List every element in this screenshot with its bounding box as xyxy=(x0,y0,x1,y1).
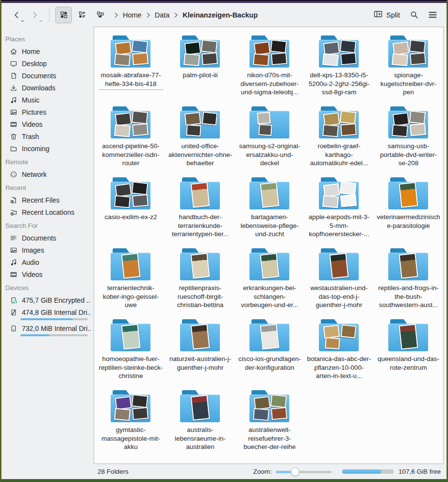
view-details-button[interactable] xyxy=(92,7,109,23)
folder-preview-thumbnail xyxy=(339,181,356,195)
sidebar-item-audio[interactable]: Audio xyxy=(1,256,94,268)
sidebar-item-label: Documents xyxy=(22,72,56,80)
folder-label-wrap: australienwelt-reisefuehrer-3-buecher-de… xyxy=(237,426,302,451)
folder-preview-thumbnail xyxy=(184,112,200,125)
folder-preview-thumbnail xyxy=(392,53,408,67)
sidebar-item-label: Documents xyxy=(22,234,56,242)
sidebar-item-recent-files[interactable]: Recent Files xyxy=(1,194,94,206)
sidebar-item-documents[interactable]: Documents xyxy=(1,232,94,244)
sidebar-item-videos[interactable]: Videos xyxy=(1,268,94,280)
folder-item[interactable]: ascend-pipeline-50-kommerzieller-isdn-ro… xyxy=(96,104,166,175)
forward-button[interactable] xyxy=(27,7,43,23)
folder-item[interactable]: gymtastic-massagepistole-mit-akku xyxy=(96,388,166,459)
folder-item[interactable]: westaustralien-und-das-top-end-j-guenthe… xyxy=(304,246,374,317)
sidebar-item-pictures[interactable]: Pictures xyxy=(1,106,94,118)
folder-item[interactable]: apple-earpods-mit-3-5-mm-kopfhoerersteck… xyxy=(304,175,374,246)
zoom-slider[interactable] xyxy=(276,467,332,476)
folder-icon xyxy=(180,106,221,138)
folder-item[interactable]: australis-lebensraeume-in-australien xyxy=(166,388,235,459)
breadcrumb-segment[interactable]: Home xyxy=(120,10,145,20)
sidebar-section-title: Remote xyxy=(1,155,94,168)
folder-item[interactable]: nikon-d70s-mit-diversem-zubehoer-und-sig… xyxy=(235,33,304,104)
folder-label: australienwelt-reisefuehrer-3-buecher-de… xyxy=(237,426,302,451)
folder-item[interactable]: veterinaermedizinische-parasitologie xyxy=(374,175,443,246)
music-note-icon xyxy=(9,96,17,104)
folder-preview-thumbnail xyxy=(329,253,348,278)
folder-preview-thumbnail xyxy=(114,124,131,138)
sidebar-item-475-7-gib-encrypted[interactable]: 475,7 GiB Encrypted ... xyxy=(1,294,94,306)
folder-item[interactable]: australienwelt-reisefuehrer-3-buecher-de… xyxy=(235,388,304,459)
folder-item[interactable]: homoeopathie-fuer-reptilien-steinke-beck… xyxy=(96,317,166,388)
back-button[interactable] xyxy=(8,7,25,23)
folder-item[interactable]: palm-pilot-iii xyxy=(166,33,235,104)
folder-icon xyxy=(180,390,221,422)
folder-item[interactable]: handbuch-der-terrarienkunde-terrarientyp… xyxy=(166,175,235,246)
folder-item[interactable]: samsung-usb-portable-dvd-writer-se-208 xyxy=(374,104,443,175)
folder-item[interactable]: dell-xps-13-9350-i5-5200u-2-2ghz-256gi-s… xyxy=(304,33,374,104)
folder-item[interactable]: naturzeit-australien-j-guenther-j-mohr xyxy=(166,317,235,388)
image-icon xyxy=(9,108,17,116)
folder-preview-thumbnail xyxy=(398,182,418,207)
folder-item[interactable]: reptilienpraxis-rueschoff-birgit-christi… xyxy=(166,246,235,317)
folder-item[interactable]: casio-exilim-ex-z2 xyxy=(96,175,166,246)
folder-item[interactable]: spionage-kugelschreiber-dvr-pen xyxy=(374,33,443,104)
folder-item[interactable]: roebelin-graef-karthago-automatikuhr-ede… xyxy=(304,104,374,175)
folder-item[interactable]: botanica-das-abc-der-pflanzen-10-000-art… xyxy=(304,317,374,388)
folder-item[interactable]: queensland-und-das-rote-zentrum xyxy=(374,317,443,388)
sidebar-item-videos[interactable]: Videos xyxy=(1,118,94,130)
folder-item[interactable]: reptiles-and-frogs-in-the-bush-southwest… xyxy=(374,246,443,317)
folder-item[interactable]: samsung-s2-original-ersatzakku-und-decke… xyxy=(235,104,304,175)
view-icons-button[interactable] xyxy=(55,7,72,23)
trash-icon xyxy=(9,132,17,140)
sidebar-item-desktop[interactable]: Desktop xyxy=(1,57,94,69)
folder-icon xyxy=(180,248,221,280)
icons-view-icon xyxy=(60,11,68,19)
folder-item[interactable]: cisco-ios-grundlagen-der-konfiguration xyxy=(235,317,304,388)
device-usage-fill xyxy=(20,318,73,320)
split-button[interactable]: Split xyxy=(370,8,404,22)
sidebar-item-network[interactable]: Network xyxy=(1,168,94,180)
hamburger-menu-icon xyxy=(428,11,437,18)
folder-label-wrap: spionage-kugelschreiber-dvr-pen xyxy=(376,71,441,97)
folder-icon xyxy=(319,106,360,138)
sidebar-item-home[interactable]: Home xyxy=(1,45,94,57)
breadcrumb-segment[interactable]: Data xyxy=(152,10,173,20)
folder-item[interactable]: united-office-aktenvernichter-ohne-behae… xyxy=(166,104,235,175)
folder-icon xyxy=(388,177,429,209)
folder-preview-thumbnail xyxy=(121,253,140,278)
folder-item[interactable]: erkrankungen-bei-schlangen-vorbeugen-und… xyxy=(235,246,304,317)
folder-icon xyxy=(111,35,151,68)
back-dropdown-caret-icon[interactable] xyxy=(21,20,24,22)
sidebar-item-images[interactable]: Images xyxy=(1,244,94,256)
details-view-icon xyxy=(96,11,105,19)
view-compact-button[interactable] xyxy=(74,7,90,23)
folder-label: naturzeit-australien-j-guenther-j-mohr xyxy=(168,355,233,372)
menu-button[interactable] xyxy=(424,7,441,23)
folder-preview-thumbnail xyxy=(398,253,418,278)
sidebar-item-732-0-mib-internal-dri[interactable]: 732,0 MiB Internal Dri... xyxy=(1,322,94,334)
search-button[interactable] xyxy=(406,7,422,23)
folder-label-wrap: palm-pilot-iii xyxy=(168,71,233,80)
folder-icon xyxy=(180,319,221,351)
folder-item[interactable]: terrarientechnik-kober-ingo-geissel-uwe xyxy=(96,246,166,317)
folder-item[interactable]: bartagamen-lebensweise-pflege-und-zucht xyxy=(235,175,304,246)
split-button-label: Split xyxy=(386,11,400,19)
folder-view[interactable]: mosaik-abrafaxe-77-hefte-334-bis-418palm… xyxy=(94,27,444,464)
folder-preview-thumbnail xyxy=(201,52,218,66)
sidebar-item-downloads[interactable]: Downloads xyxy=(1,82,94,94)
sidebar-item-music[interactable]: Music xyxy=(1,94,94,106)
breadcrumb-segment[interactable]: Kleinanzeigen-Backup xyxy=(180,10,261,20)
folder-item[interactable]: mosaik-abrafaxe-77-hefte-334-bis-418 xyxy=(96,33,166,104)
sidebar-item-documents[interactable]: Documents xyxy=(1,69,94,82)
folder-clock-icon xyxy=(9,208,17,216)
sidebar-item-trash[interactable]: Trash xyxy=(1,130,94,142)
folder-preview-thumbnail xyxy=(340,123,357,137)
sidebar-item-incoming[interactable]: Incoming xyxy=(1,142,94,155)
forward-dropdown-caret-icon[interactable] xyxy=(39,20,43,22)
folder-icon xyxy=(249,177,290,209)
folder-label: botanica-das-abc-der-pflanzen-10-000-art… xyxy=(307,355,372,380)
sidebar-item-recent-locations[interactable]: Recent Locations xyxy=(1,206,94,218)
zoom-slider-handle[interactable] xyxy=(291,467,299,476)
sidebar-item-474-8-gib-internal-dri[interactable]: 474,8 GiB Internal Dri... xyxy=(1,306,94,318)
folder-preview-thumbnail xyxy=(186,124,201,137)
